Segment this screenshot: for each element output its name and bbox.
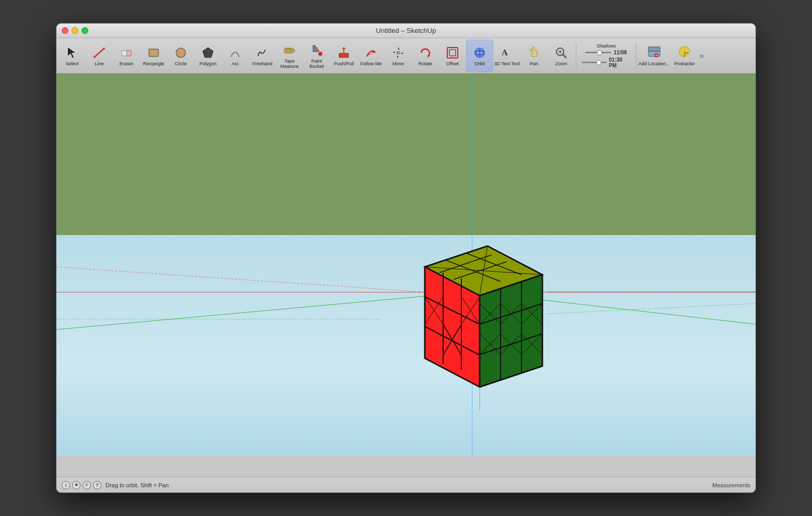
zoom-label: Zoom (555, 62, 567, 67)
svg-marker-7 (203, 48, 213, 57)
toolbar-sep-2 (636, 43, 636, 68)
rotate-label: Rotate (419, 62, 433, 67)
push-pull-label: Push/Pull (334, 62, 354, 67)
rotate-icon (417, 44, 434, 61)
toolbar: Select Line Eraser Rectangle (56, 38, 756, 74)
tool-freehand[interactable]: Freehand (249, 40, 276, 72)
line-label: Line (95, 62, 103, 67)
toolbar-more-button[interactable]: » (699, 51, 704, 61)
svg-marker-20 (397, 54, 398, 58)
tool-zoom[interactable]: Zoom (548, 40, 575, 72)
select-icon (64, 44, 80, 61)
protractor-label: Protractor (674, 62, 695, 67)
arc-label: Arc (231, 62, 239, 67)
shadows-section: Shadows 11/08 01:30 PM (577, 43, 635, 68)
offset-label: Offset (446, 62, 459, 67)
tool-select[interactable]: Select (59, 40, 86, 72)
follow-me-icon (363, 44, 379, 61)
tool-move[interactable]: Move (385, 40, 412, 72)
shadows-time-slider[interactable] (582, 60, 607, 66)
window-title: Untitled – SketchUp (376, 27, 436, 34)
select-label: Select (65, 62, 78, 67)
cube (380, 225, 548, 413)
tool-add-location[interactable]: + Add Location... (637, 40, 671, 72)
freehand-label: Freehand (252, 62, 273, 67)
svg-point-2 (103, 48, 105, 50)
svg-point-13 (318, 52, 322, 56)
tool-pan[interactable]: Pan (520, 40, 548, 72)
svg-rect-4 (126, 51, 131, 56)
shadows-label: Shadows (596, 43, 616, 49)
offset-icon (444, 44, 461, 61)
canvas-area[interactable] (56, 74, 756, 477)
tool-follow-me[interactable]: Follow Me (357, 40, 385, 72)
tool-circle[interactable]: Circle (167, 40, 194, 72)
shadows-controls: Shadows 11/08 01:30 PM (582, 43, 631, 68)
tool-tape-measure[interactable]: Tape Measure (276, 40, 303, 72)
svg-marker-22 (399, 53, 404, 54)
svg-rect-26 (449, 50, 456, 56)
tool-line[interactable]: Line (86, 40, 113, 72)
shadows-time: 01:30 PM (609, 57, 631, 68)
tool-rectangle[interactable]: Rectangle (140, 40, 167, 72)
rectangle-label: Rectangle (143, 62, 165, 67)
svg-text:A: A (502, 48, 508, 57)
maximize-button[interactable] (82, 27, 88, 34)
status-icon-copyright[interactable]: © (83, 481, 91, 489)
status-bar: i ✦ © ? Drag to orbit. Shift = Pan Measu… (56, 477, 756, 492)
tool-push-pull[interactable]: Push/Pull (330, 40, 357, 72)
zoom-icon (553, 44, 570, 61)
pan-label: Pan (530, 62, 538, 67)
tool-polygon[interactable]: Polygon (194, 40, 222, 72)
svg-line-32 (563, 54, 566, 58)
status-icon-settings[interactable]: ✦ (72, 481, 80, 489)
cube-svg (380, 225, 553, 418)
arc-icon (227, 44, 243, 61)
tool-eraser[interactable]: Eraser (113, 40, 140, 72)
tool-protractor[interactable]: Protractor (671, 40, 698, 72)
status-icon-help[interactable]: ? (93, 481, 101, 489)
tool-3d-text[interactable]: A 3D Text Tool (493, 40, 520, 72)
status-icon-info[interactable]: i (62, 481, 70, 489)
add-location-icon: + (646, 44, 663, 61)
svg-rect-25 (447, 48, 458, 58)
rectangle-icon (145, 44, 162, 61)
svg-marker-21 (392, 51, 397, 53)
svg-rect-5 (149, 49, 158, 56)
close-button[interactable] (62, 27, 68, 34)
circle-icon (172, 44, 189, 61)
tool-orbit[interactable]: Orbit (466, 40, 493, 72)
paint-bucket-icon (308, 42, 325, 58)
minimize-button[interactable] (72, 27, 78, 34)
shadows-date: 11/08 (613, 50, 627, 55)
push-pull-icon (335, 44, 352, 61)
status-icons: i ✦ © ? (62, 481, 101, 489)
status-hint: Drag to orbit. Shift = Pan (106, 482, 169, 488)
tool-rotate[interactable]: Rotate (412, 40, 439, 72)
measurements-label: Measurements (712, 482, 750, 488)
move-label: Move (392, 62, 404, 67)
add-location-label: Add Location... (639, 62, 670, 67)
tool-arc[interactable]: Arc (222, 40, 249, 72)
svg-rect-36 (648, 47, 660, 51)
freehand-icon (254, 44, 271, 61)
follow-me-label: Follow Me (360, 62, 381, 67)
tool-offset[interactable]: Offset (439, 40, 466, 72)
polygon-icon (200, 44, 216, 61)
toolbar-sep-1 (576, 43, 576, 68)
pan-icon (526, 44, 542, 61)
polygon-label: Polygon (200, 62, 217, 67)
line-icon (91, 44, 108, 61)
svg-line-0 (95, 49, 104, 57)
svg-point-9 (291, 49, 295, 53)
circle-label: Circle (175, 62, 187, 67)
traffic-lights (62, 27, 88, 34)
tape-measure-label: Tape Measure (276, 59, 303, 69)
tool-paint-bucket[interactable]: Paint Bucket (303, 40, 330, 72)
svg-point-6 (176, 48, 185, 57)
svg-text:+: + (655, 54, 657, 57)
shadows-date-slider[interactable] (585, 50, 611, 56)
eraser-label: Eraser (120, 62, 134, 67)
move-icon (390, 44, 407, 61)
protractor-icon (676, 44, 693, 61)
